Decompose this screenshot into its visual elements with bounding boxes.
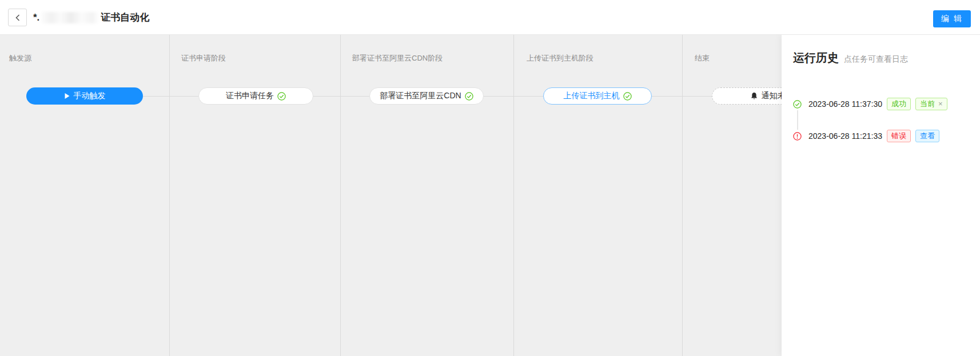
node-label: 部署证书至阿里云CDN <box>380 91 461 101</box>
column-trigger: 触发源 <box>0 35 170 356</box>
check-circle-icon <box>465 92 473 101</box>
page-title-prefix: *. <box>33 12 39 23</box>
view-button[interactable]: 查看 <box>915 130 939 142</box>
run-history-panel: 运行历史 点任务可查看日志 2023-06-28 11:37:30 成功 当前 … <box>782 35 980 356</box>
check-circle-icon <box>277 92 286 101</box>
manual-trigger-button[interactable]: 手动触发 <box>26 87 143 105</box>
close-icon[interactable]: × <box>938 99 943 109</box>
column-deploy-cdn: 部署证书至阿里云CDN阶段 <box>341 35 514 356</box>
timeline-connector <box>797 110 798 130</box>
task-node-upload-host[interactable]: 上传证书到主机 <box>543 87 652 105</box>
status-badge-success: 成功 <box>887 98 911 110</box>
column-label: 上传证书到主机阶段 <box>527 53 593 63</box>
page-title-suffix: 证书自动化 <box>101 11 149 24</box>
bell-icon <box>750 92 758 101</box>
node-label: 证书申请任务 <box>226 91 274 101</box>
task-node-cert-apply[interactable]: 证书申请任务 <box>198 87 313 105</box>
redacted-domain-segment <box>41 12 99 23</box>
success-circle-icon <box>793 100 808 109</box>
column-label: 触发源 <box>9 53 31 63</box>
run-history-header: 运行历史 点任务可查看日志 <box>793 50 908 66</box>
column-label: 证书申请阶段 <box>181 53 226 63</box>
current-badge[interactable]: 当前 × <box>915 98 947 110</box>
column-cert-apply: 证书申请阶段 <box>170 35 341 356</box>
column-label: 部署证书至阿里云CDN阶段 <box>352 53 443 63</box>
task-node-deploy-cdn[interactable]: 部署证书至阿里云CDN <box>369 87 484 105</box>
run-history-title: 运行历史 <box>793 50 839 66</box>
current-badge-label: 当前 <box>920 99 935 109</box>
run-history-subtitle: 点任务可查看日志 <box>844 54 908 65</box>
column-upload-host: 上传证书到主机阶段 <box>514 35 683 356</box>
history-entry-error[interactable]: 2023-06-28 11:21:33 错误 查看 <box>793 130 939 142</box>
status-badge-error: 错误 <box>887 130 911 142</box>
history-timestamp: 2023-06-28 11:21:33 <box>808 131 882 141</box>
history-timestamp: 2023-06-28 11:37:30 <box>808 99 882 109</box>
edit-button[interactable]: 编 辑 <box>933 10 971 27</box>
top-bar: *. 证书自动化 编 辑 <box>0 0 980 35</box>
play-icon <box>64 93 70 99</box>
node-label: 上传证书到主机 <box>564 91 620 101</box>
column-label: 结束 <box>695 53 710 63</box>
back-button[interactable] <box>8 9 27 26</box>
history-entry-success[interactable]: 2023-06-28 11:37:30 成功 当前 × <box>793 98 947 110</box>
chevron-left-icon <box>14 14 21 22</box>
error-circle-icon <box>793 132 808 141</box>
check-circle-icon <box>623 92 632 101</box>
page-title: *. 证书自动化 <box>33 0 149 35</box>
node-label: 手动触发 <box>74 91 106 101</box>
